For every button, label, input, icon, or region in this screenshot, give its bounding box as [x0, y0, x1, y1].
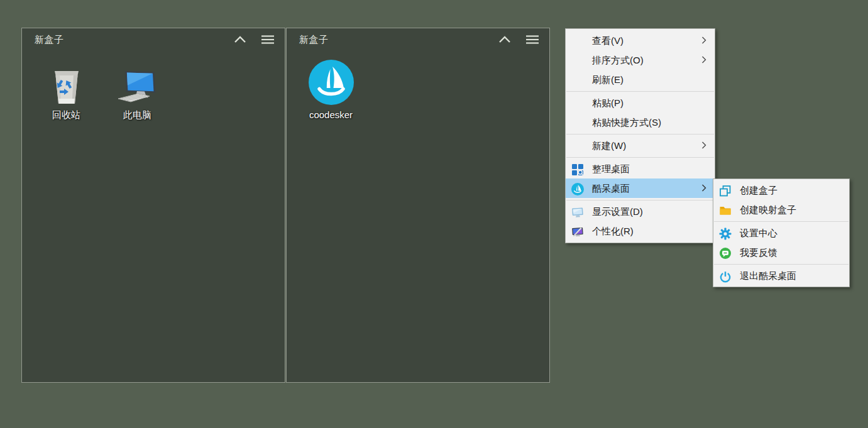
icon-label: 此电脑 [123, 109, 151, 121]
menu-item-label: 退出酷呆桌面 [740, 270, 796, 281]
recycle-bin-icon [50, 57, 84, 105]
menu-item-label: 整理桌面 [592, 163, 630, 174]
submenu-item-settings-center[interactable]: 设置中心 [713, 223, 849, 243]
display-settings-icon [571, 206, 584, 218]
menu-separator [566, 157, 714, 158]
menu-item-label: 粘贴(P) [592, 97, 624, 108]
menu-item-label: 新建(W) [592, 140, 626, 151]
menu-separator [566, 134, 714, 134]
submenu-arrow-icon [701, 50, 706, 70]
desktop-box-1: 新盒子 [21, 28, 285, 383]
menu-item-personalize[interactable]: 个性化(R) [566, 221, 715, 241]
create-box-icon [719, 184, 732, 197]
menu-item-new[interactable]: 新建(W) [566, 136, 715, 155]
menu-item-label: 个性化(R) [592, 226, 634, 236]
submenu-item-create-box[interactable]: 创建盒子 [713, 180, 849, 200]
menu-item-label: 显示设置(D) [592, 206, 643, 217]
menu-item-view[interactable]: 查看(V) [566, 31, 715, 50]
hamburger-icon[interactable] [260, 32, 276, 47]
this-pc-icon [117, 57, 158, 105]
coodesker-icon [571, 182, 584, 195]
submenu-item-feedback[interactable]: 我要反馈 [713, 243, 849, 262]
menu-item-label: 设置中心 [740, 228, 777, 238]
menu-separator [566, 200, 714, 200]
chevron-up-icon[interactable] [232, 32, 248, 47]
menu-item-display-settings[interactable]: 显示设置(D) [566, 202, 715, 221]
settings-gear-icon [719, 227, 732, 239]
menu-item-label: 刷新(E) [592, 74, 624, 85]
menu-separator [714, 221, 849, 222]
box-title: 新盒子 [35, 34, 64, 46]
organize-desktop-icon [571, 163, 584, 175]
hamburger-icon[interactable] [524, 32, 541, 47]
box-1-header: 新盒子 [22, 28, 285, 51]
box-2-body: coodesker [287, 51, 549, 120]
menu-item-label: 查看(V) [592, 35, 624, 46]
submenu-arrow-icon [701, 136, 706, 155]
context-menu: 查看(V) 排序方式(O) 刷新(E) 粘贴(P) 粘贴快捷方式(S) 新建(W… [565, 28, 715, 243]
menu-item-coodesker[interactable]: 酷呆桌面 [566, 178, 715, 198]
menu-item-label: 排序方式(O) [592, 55, 644, 65]
chevron-up-icon[interactable] [497, 32, 513, 47]
menu-separator [566, 91, 714, 92]
menu-separator [714, 264, 849, 265]
menu-item-label: 创建盒子 [740, 185, 777, 195]
mapped-box-folder-icon [719, 204, 732, 216]
feedback-icon [719, 246, 732, 259]
menu-item-sort-by[interactable]: 排序方式(O) [566, 50, 715, 70]
desktop-icon-coodesker[interactable]: coodesker [295, 57, 366, 120]
submenu-arrow-icon [701, 31, 706, 50]
desktop-icon-recycle-bin[interactable]: 回收站 [31, 57, 102, 121]
icon-label: 回收站 [52, 109, 80, 121]
icon-label: coodesker [309, 109, 353, 120]
menu-item-label: 我要反馈 [740, 247, 777, 258]
menu-item-organize-desktop[interactable]: 整理桌面 [566, 159, 715, 178]
coodesker-submenu: 创建盒子 创建映射盒子 [713, 178, 850, 287]
menu-item-label: 创建映射盒子 [740, 204, 796, 215]
desktop-box-2: 新盒子 coodesker [286, 28, 550, 383]
submenu-arrow-icon [701, 178, 706, 198]
menu-item-label: 粘贴快捷方式(S) [592, 117, 661, 128]
box-title: 新盒子 [299, 34, 329, 46]
personalize-icon [571, 225, 584, 238]
box-1-body: 回收站 [22, 51, 285, 121]
box-2-header: 新盒子 [287, 28, 549, 51]
menu-item-label: 酷呆桌面 [592, 183, 630, 194]
coodesker-logo-icon [309, 57, 354, 105]
power-icon [719, 270, 732, 282]
submenu-item-exit-coodesker[interactable]: 退出酷呆桌面 [713, 266, 849, 285]
menu-item-paste-shortcut[interactable]: 粘贴快捷方式(S) [566, 112, 715, 132]
menu-item-refresh[interactable]: 刷新(E) [566, 70, 715, 89]
desktop-icon-this-pc[interactable]: 此电脑 [102, 57, 173, 121]
submenu-item-create-mapped-box[interactable]: 创建映射盒子 [713, 200, 849, 219]
menu-item-paste[interactable]: 粘贴(P) [566, 93, 715, 112]
